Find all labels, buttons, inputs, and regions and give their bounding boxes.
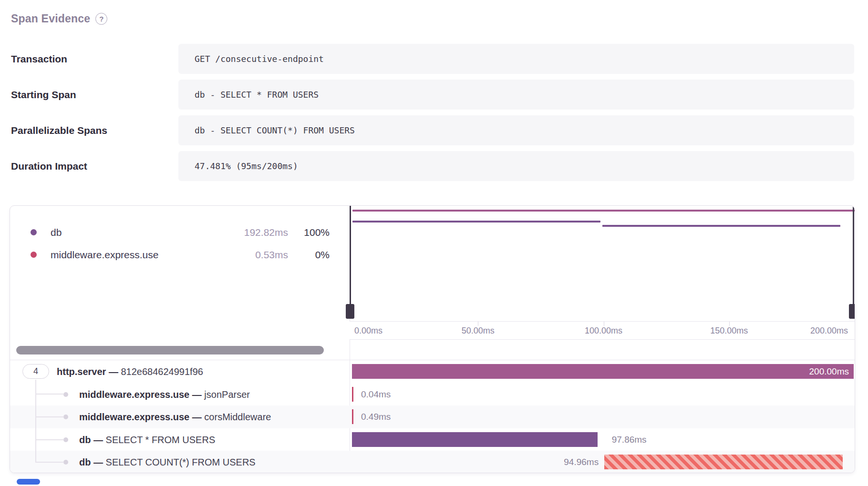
- evidence-row: TransactionGET /consecutive-endpoint: [0, 44, 868, 74]
- span-count-badge[interactable]: 4: [22, 364, 49, 379]
- span-row[interactable]: middleware.express.use — corsMiddleware0…: [10, 405, 855, 428]
- span-row[interactable]: 4http.server — 812e684624991f96200.00ms: [10, 360, 855, 383]
- span-row[interactable]: db — SELECT * FROM USERS97.86ms: [10, 428, 855, 451]
- evidence-label: Starting Span: [11, 80, 76, 110]
- evidence-row: Duration Impact47.481% (95ms/200ms): [0, 151, 868, 181]
- tree-node-dot: [63, 392, 68, 397]
- span-duration-bar: [352, 432, 598, 447]
- minimap-span-line: [602, 225, 840, 227]
- axis-label: 200.00ms: [810, 322, 848, 340]
- minimap-right-handle[interactable]: [849, 304, 855, 319]
- axis-label: 100.00ms: [585, 322, 622, 340]
- legend-color-dot: [31, 252, 37, 258]
- evidence-label: Duration Impact: [11, 151, 87, 181]
- span-evidence-header: Span Evidence ?: [11, 10, 107, 27]
- evidence-value: db - SELECT COUNT(*) FROM USERS: [178, 115, 854, 145]
- evidence-row: Starting Spandb - SELECT * FROM USERS: [0, 80, 868, 110]
- legend-item: db192.82ms100%: [10, 225, 350, 240]
- evidence-value: GET /consecutive-endpoint: [178, 44, 854, 74]
- tree-node-dot: [63, 415, 68, 419]
- span-description: db — SELECT * FROM USERS: [79, 428, 215, 451]
- span-duration-label: 0.49ms: [361, 409, 391, 424]
- span-row[interactable]: db — SELECT COUNT(*) FROM USERS94.96ms: [10, 451, 855, 473]
- span-description: middleware.express.use — corsMiddleware: [79, 405, 271, 428]
- tree-node-dot: [63, 437, 68, 442]
- bottom-blue-indicator: [17, 479, 40, 485]
- tree-node-dot: [63, 460, 68, 465]
- legend-percent: 100%: [304, 225, 330, 240]
- minimap-left-handle-line[interactable]: [350, 206, 351, 319]
- span-description: db — SELECT COUNT(*) FROM USERS: [79, 451, 256, 473]
- span-duration-bar: [352, 387, 353, 402]
- minimap-span-line: [352, 210, 855, 212]
- time-axis: 0.00ms50.00ms100.00ms150.00ms200.00ms: [350, 321, 855, 340]
- page-title: Span Evidence: [11, 12, 90, 25]
- tree-connector-horizontal: [35, 462, 64, 463]
- span-description: http.server — 812e684624991f96: [57, 360, 203, 383]
- tree-connector-vertical: [35, 380, 36, 462]
- tree-connector-horizontal: [35, 394, 64, 395]
- scrollbar-track[interactable]: [10, 340, 855, 360]
- axis-label: 50.00ms: [462, 322, 495, 340]
- span-duration-label: 200.00ms: [352, 364, 854, 379]
- minimap-right-handle-line[interactable]: [853, 206, 854, 319]
- tree-connector-horizontal: [35, 416, 64, 417]
- legend-duration: 192.82ms: [244, 225, 288, 240]
- evidence-value: 47.481% (95ms/200ms): [178, 151, 854, 181]
- axis-label: 0.00ms: [354, 322, 382, 340]
- span-waterfall-panel: db192.82ms100%middleware.express.use0.53…: [10, 205, 855, 473]
- span-duration-label: 97.86ms: [612, 432, 647, 447]
- axis-label: 150.00ms: [710, 322, 748, 340]
- span-duration-label: 0.04ms: [361, 387, 391, 402]
- span-duration-label: 94.96ms: [564, 455, 599, 469]
- help-icon[interactable]: ?: [95, 13, 107, 25]
- tree-connector-horizontal: [35, 439, 64, 440]
- span-description: middleware.express.use — jsonParser: [79, 383, 250, 406]
- evidence-label: Transaction: [11, 44, 67, 74]
- legend-name: middleware.express.use: [51, 248, 158, 262]
- legend-item: middleware.express.use0.53ms0%: [10, 248, 350, 262]
- legend-duration: 0.53ms: [255, 248, 288, 262]
- evidence-label: Parallelizable Spans: [11, 115, 107, 145]
- span-duration-bar: [352, 409, 353, 424]
- evidence-list: TransactionGET /consecutive-endpointStar…: [0, 44, 868, 187]
- span-duration-bar: [604, 455, 842, 469]
- evidence-value: db - SELECT * FROM USERS: [178, 80, 854, 110]
- scrollbar-thumb[interactable]: [16, 346, 324, 354]
- minimap-span-line: [352, 221, 600, 223]
- legend-percent: 0%: [315, 248, 330, 262]
- evidence-row: Parallelizable Spansdb - SELECT COUNT(*)…: [0, 115, 868, 145]
- span-row[interactable]: middleware.express.use — jsonParser0.04m…: [10, 383, 855, 406]
- minimap-left-handle[interactable]: [346, 304, 354, 319]
- legend-color-dot: [31, 229, 37, 235]
- legend-name: db: [51, 225, 62, 240]
